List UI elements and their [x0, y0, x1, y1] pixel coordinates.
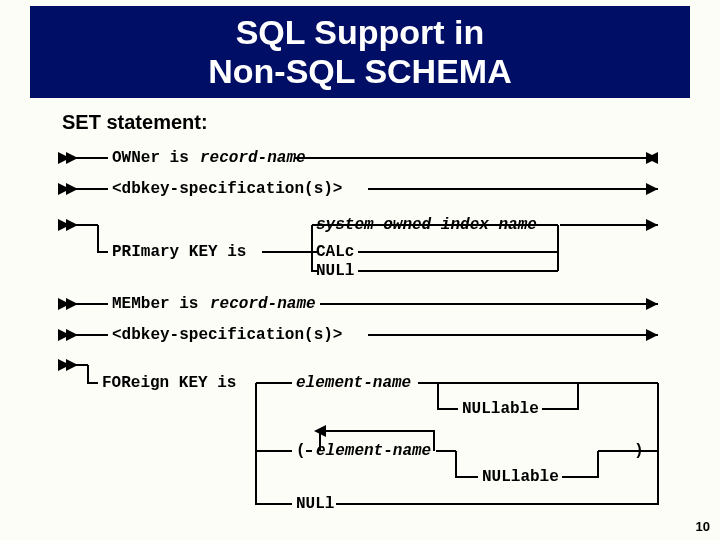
svg-marker-3	[66, 183, 78, 195]
calc-keyword: CALc	[316, 244, 354, 260]
dbkey-spec-1: <dbkey-specification(s)>	[112, 181, 342, 197]
member-record-name: record-name	[210, 296, 316, 312]
svg-marker-11	[66, 359, 78, 371]
element-name-2: element-name	[316, 443, 431, 459]
svg-marker-1	[66, 152, 78, 164]
subtitle: SET statement:	[62, 111, 208, 134]
member-keyword: MEMber is	[112, 296, 208, 312]
system-owned-index-name: system-owned-index-name	[316, 217, 537, 233]
svg-marker-17	[646, 329, 658, 341]
syntax-diagram: OWNer is record-name <dbkey-specificatio…	[58, 140, 672, 510]
paren-open: (	[296, 443, 306, 459]
page-number: 10	[696, 519, 710, 534]
svg-marker-5	[66, 219, 78, 231]
title-line-2: Non-SQL SCHEMA	[208, 52, 511, 90]
slide-title: SQL Support in Non-SQL SCHEMA	[30, 6, 690, 98]
null-keyword-1: NULl	[316, 263, 354, 279]
null-keyword-2: NULl	[296, 496, 334, 512]
owner-record-name: record-name	[200, 150, 306, 166]
svg-marker-14	[646, 183, 658, 195]
title-line-1: SQL Support in	[236, 13, 485, 51]
nullable-1: NULlable	[462, 401, 539, 417]
paren-close: )	[634, 443, 644, 459]
primary-key-keyword: PRImary KEY is	[112, 244, 246, 260]
svg-marker-9	[66, 329, 78, 341]
svg-marker-7	[66, 298, 78, 310]
svg-marker-16	[646, 298, 658, 310]
owner-keyword: OWNer is	[112, 150, 198, 166]
nullable-2: NULlable	[482, 469, 559, 485]
element-name-1: element-name	[296, 375, 411, 391]
svg-marker-15	[646, 219, 658, 231]
foreign-key-keyword: FOReign KEY is	[102, 375, 236, 391]
dbkey-spec-2: <dbkey-specification(s)>	[112, 327, 342, 343]
